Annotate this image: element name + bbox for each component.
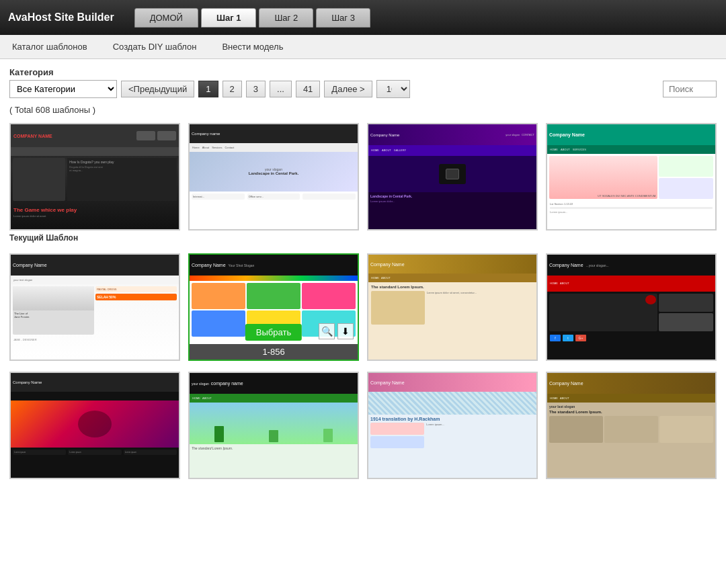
template-item-8[interactable]: Company Name ...your slogan... HOME ABOU… xyxy=(546,253,717,361)
nav-model[interactable]: Внести модель xyxy=(219,36,286,57)
download-icon[interactable]: ⬇ xyxy=(337,323,354,339)
template-thumb-4[interactable]: Company Name HOME ABOUT SERVICES UT SODA… xyxy=(546,123,717,230)
nav-catalog[interactable]: Каталог шаблонов xyxy=(9,36,90,57)
prev-btn[interactable]: <Предыдущий xyxy=(121,81,194,97)
tab-step1[interactable]: Шаг 1 xyxy=(201,8,257,28)
template-thumb-9[interactable]: Company Name Lorem ipsum Lorem ipsum Lor… xyxy=(9,372,180,479)
template-item-2[interactable]: Company name Home About Services Contact… xyxy=(188,123,359,243)
filter-row: Все Категории <Предыдущий 1 2 3 ... 41 Д… xyxy=(9,80,717,98)
template-item-3[interactable]: Company Name your slogan CONTACT HOME AB… xyxy=(367,123,538,243)
template-item-12[interactable]: Company Name HOME ABOUT your last slogan… xyxy=(546,372,717,479)
template-item-1[interactable]: COMPANY NAME How Is Dogota? you own play… xyxy=(9,123,180,243)
template-thumb-6[interactable]: Company Name Your Shot Slogan 1-856 xyxy=(188,253,359,361)
template-thumb-10[interactable]: your slogan company name HOME ABOUT The … xyxy=(188,372,359,479)
template-thumb-3[interactable]: Company Name your slogan CONTACT HOME AB… xyxy=(367,123,538,230)
total-count: ( Total 608 шаблоны ) xyxy=(9,105,717,115)
category-row: Категория Все Категории <Предыдущий 1 2 … xyxy=(9,67,717,98)
template-item-11[interactable]: Company Name 1914 translation by H.Rackh… xyxy=(367,372,538,479)
zoom-icon[interactable]: 🔍 xyxy=(319,323,335,339)
template-thumb-5[interactable]: Company Name your text slogan The Line o… xyxy=(9,253,180,361)
search-input[interactable] xyxy=(663,81,717,97)
select-btn-6[interactable]: Выбрать xyxy=(245,324,302,341)
template-item-6[interactable]: Company Name Your Shot Slogan 1-856 xyxy=(188,253,359,361)
app-title: AvaHost Site Builder xyxy=(8,11,114,24)
tab-step2[interactable]: Шаг 2 xyxy=(259,8,313,28)
page-3-btn[interactable]: 3 xyxy=(246,81,266,97)
template-thumb-8[interactable]: Company Name ...your slogan... HOME ABOU… xyxy=(546,253,717,361)
template-thumb-12[interactable]: Company Name HOME ABOUT your last slogan… xyxy=(546,372,717,479)
page-41-btn[interactable]: 41 xyxy=(296,81,320,97)
template-thumb-11[interactable]: Company Name 1914 translation by H.Rackh… xyxy=(367,372,538,479)
template-grid: COMPANY NAME How Is Dogota? you own play… xyxy=(9,123,717,479)
category-select[interactable]: Все Категории xyxy=(9,80,117,98)
template-item-10[interactable]: your slogan company name HOME ABOUT The … xyxy=(188,372,359,479)
template-item-9[interactable]: Company Name Lorem ipsum Lorem ipsum Lor… xyxy=(9,372,180,479)
template-item-5[interactable]: Company Name your text slogan The Line o… xyxy=(9,253,180,361)
nav-diy[interactable]: Создать DIY шаблон xyxy=(110,36,200,57)
category-label: Категория xyxy=(9,67,717,77)
template-thumb-2[interactable]: Company name Home About Services Contact… xyxy=(188,123,359,230)
template-label-current: Текущий Шаблон xyxy=(9,233,180,243)
tab-step3[interactable]: Шаг 3 xyxy=(316,8,370,28)
page-2-btn[interactable]: 2 xyxy=(223,81,242,97)
template-thumb-7[interactable]: Company Name HOME ABOUT The standard Lor… xyxy=(367,253,538,361)
next-btn[interactable]: Далее > xyxy=(324,81,372,97)
template-item-4[interactable]: Company Name HOME ABOUT SERVICES UT SODA… xyxy=(546,123,717,243)
page-1-btn[interactable]: 1 xyxy=(198,81,218,97)
template-item-7[interactable]: Company Name HOME ABOUT The standard Lor… xyxy=(367,253,538,361)
tab-home[interactable]: ДОМОЙ xyxy=(134,8,198,28)
template-thumb-1[interactable]: COMPANY NAME How Is Dogota? you own play… xyxy=(9,123,180,230)
navbar: Каталог шаблонов Создать DIY шаблон Внес… xyxy=(0,35,726,59)
thumb-actions-6: 🔍 ⬇ xyxy=(319,323,354,339)
main-content: Категория Все Категории <Предыдущий 1 2 … xyxy=(0,59,726,588)
header-tabs: ДОМОЙ Шаг 1 Шаг 2 Шаг 3 xyxy=(134,8,370,28)
page-ellipsis: ... xyxy=(270,81,292,97)
app-header: AvaHost Site Builder ДОМОЙ Шаг 1 Шаг 2 Ш… xyxy=(0,0,726,35)
per-page-select[interactable]: 16 32 xyxy=(376,80,410,98)
template-number-6: 1-856 xyxy=(190,344,358,360)
